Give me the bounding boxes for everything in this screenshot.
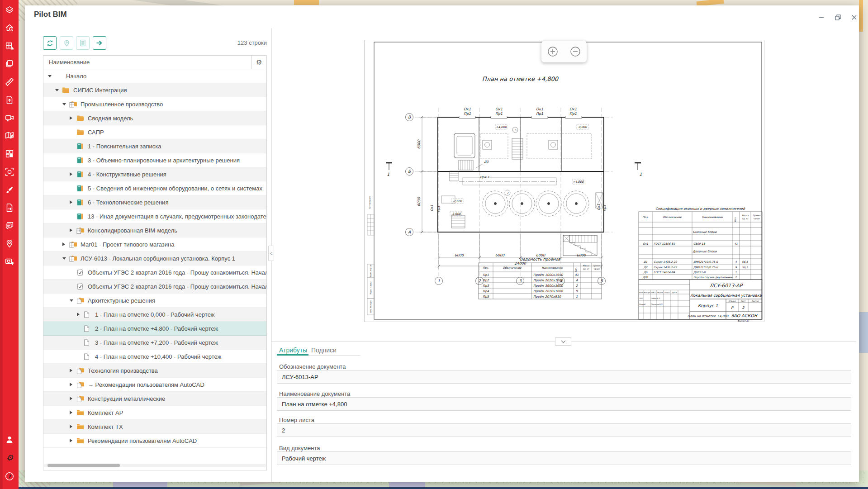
project-icon bbox=[69, 241, 78, 248]
tree-item[interactable]: Сводная модель bbox=[43, 111, 266, 125]
svg-text:Пр1: Пр1 bbox=[495, 112, 503, 116]
tree-item[interactable]: 13 - Иная документация в случаях, предус… bbox=[43, 209, 266, 223]
close-icon[interactable] bbox=[848, 13, 860, 22]
camera-capture-icon[interactable] bbox=[4, 166, 14, 177]
video-pin-icon[interactable] bbox=[4, 113, 14, 123]
restore-button[interactable] bbox=[832, 13, 844, 22]
tab-divider bbox=[308, 355, 360, 356]
pages-icon[interactable] bbox=[4, 59, 14, 69]
tree-item[interactable]: Промышленное производство bbox=[43, 97, 266, 111]
chevron-open-icon[interactable] bbox=[55, 87, 62, 93]
chevron-closed-icon[interactable] bbox=[70, 383, 76, 386]
zoom-out-button[interactable] bbox=[570, 46, 581, 57]
gear-icon[interactable]: ⚙ bbox=[251, 56, 266, 69]
chevron-closed-icon[interactable] bbox=[70, 369, 76, 372]
tree-item[interactable]: САПР bbox=[43, 125, 266, 139]
svg-text:Себов В.П.: Себов В.П. bbox=[651, 297, 660, 299]
minimize-button[interactable] bbox=[816, 13, 827, 22]
pin-button[interactable] bbox=[60, 36, 73, 50]
chevron-closed-icon[interactable] bbox=[70, 425, 76, 428]
tree-item[interactable]: Архитектурные решения bbox=[43, 294, 266, 308]
designation-field[interactable] bbox=[277, 370, 851, 384]
tree-item[interactable]: Начало bbox=[43, 69, 266, 83]
document-name-field[interactable] bbox=[277, 397, 851, 411]
svg-text:Д6: Д6 bbox=[644, 271, 648, 274]
tree-item[interactable]: 5 - Сведения об инженерном оборудовании,… bbox=[43, 181, 266, 195]
home-search-icon[interactable] bbox=[4, 23, 14, 33]
go-to-button[interactable] bbox=[93, 36, 106, 50]
horizontal-scrollbar-thumb[interactable] bbox=[47, 464, 120, 467]
chevron-closed-icon[interactable] bbox=[70, 411, 76, 414]
card-button[interactable] bbox=[76, 36, 90, 50]
camera-pin-icon[interactable] bbox=[4, 256, 14, 267]
chevron-open-icon[interactable] bbox=[62, 256, 69, 261]
tree-item-selected[interactable]: 2 - План на отметке +4,800 - Рабочий чер… bbox=[43, 322, 266, 336]
chevron-closed-icon[interactable] bbox=[70, 116, 76, 120]
tree-item[interactable]: Рекомендации пользователям AutoCAD bbox=[43, 434, 266, 448]
zoom-in-button[interactable] bbox=[547, 46, 558, 57]
tree-item[interactable]: Конструкции металлические bbox=[43, 392, 266, 406]
tree-item[interactable]: 4 - Конструктивные решения bbox=[43, 167, 266, 181]
file-upload-icon[interactable] bbox=[4, 95, 14, 105]
tree-item[interactable]: Комплект АР bbox=[43, 406, 266, 420]
tree-item[interactable]: Консолидированная BIM-модель bbox=[43, 223, 266, 237]
tree-item[interactable]: Объекты УГЭС 2 квартал 2016 года - Прошу… bbox=[43, 266, 266, 280]
tree-item[interactable]: 4 - План на отметке +10,400 - Рабочий че… bbox=[43, 350, 266, 364]
chevron-closed-icon[interactable] bbox=[77, 313, 84, 316]
chevron-open-icon[interactable] bbox=[62, 101, 69, 107]
svg-text:Д2: Д2 bbox=[644, 266, 648, 269]
file-export-icon[interactable] bbox=[4, 203, 14, 213]
tree-item[interactable]: → Рекомендации пользователям AutoCAD bbox=[43, 378, 266, 392]
tree-item[interactable]: 3 - Объемно-планировочные и архитектурны… bbox=[43, 153, 266, 167]
chevron-closed-icon[interactable] bbox=[70, 200, 76, 204]
layers-icon[interactable] bbox=[4, 5, 14, 15]
tree-item[interactable]: 3 - План на отметке +7,200 - Рабочий чер… bbox=[43, 336, 266, 350]
tree-item[interactable]: СИГИС Интеграция bbox=[43, 83, 266, 97]
ruler-icon[interactable] bbox=[4, 77, 14, 87]
tree-column-header[interactable]: Наименование ⚙ bbox=[43, 56, 266, 69]
tree-item[interactable]: Технология производства bbox=[43, 364, 266, 378]
sheet-number-field[interactable] bbox=[277, 423, 851, 437]
tab-signatures[interactable]: Подписи bbox=[311, 347, 337, 354]
user-icon[interactable] bbox=[4, 434, 14, 445]
tree-item[interactable]: Комплект ТХ bbox=[43, 420, 266, 434]
drawing-sheet[interactable]: Согласовано Взам. инв. № Подп. и дата Ин… bbox=[364, 40, 764, 322]
svg-text:-3,600: -3,600 bbox=[451, 212, 461, 216]
svg-text:А: А bbox=[408, 230, 411, 234]
chevron-closed-icon[interactable] bbox=[70, 439, 76, 442]
chevron-open-icon[interactable] bbox=[48, 73, 55, 79]
tree-item[interactable]: Маг01 - Проект типового магазина bbox=[43, 237, 266, 252]
svg-text:Взам. инв. №: Взам. инв. № bbox=[370, 264, 372, 277]
refresh-button[interactable] bbox=[43, 36, 57, 50]
tree-item[interactable]: 1 - Пояснительная записка bbox=[43, 139, 266, 153]
svg-text:Приме-: Приме- bbox=[753, 214, 760, 217]
chevron-closed-icon[interactable] bbox=[70, 172, 76, 176]
help-icon[interactable]: ? bbox=[4, 471, 14, 481]
svg-text:ДВ1: ДВ1 bbox=[643, 275, 649, 279]
tab-attributes[interactable]: Атрибуты bbox=[279, 347, 307, 354]
settings-gear-icon[interactable]: ⚙ bbox=[4, 453, 14, 463]
blocks-icon[interactable] bbox=[4, 149, 14, 159]
location-icon[interactable] bbox=[4, 238, 14, 249]
collapse-panel-handle[interactable]: < bbox=[268, 246, 274, 261]
brush-icon[interactable] bbox=[4, 185, 14, 195]
map-edit-icon[interactable] bbox=[4, 131, 14, 141]
document-type-field[interactable] bbox=[277, 451, 851, 465]
chevron-closed-icon[interactable] bbox=[62, 242, 69, 246]
tree-item[interactable]: 1 - План на отметке 0,000 - Рабочий черт… bbox=[43, 308, 266, 322]
tree-item[interactable]: Объекты УГЭС 2 квартал 2016 года - Прошу… bbox=[43, 280, 266, 294]
tree-item-label: Комплект АР bbox=[88, 409, 123, 416]
chevron-open-icon[interactable] bbox=[70, 298, 76, 304]
chat-icon[interactable] bbox=[4, 220, 14, 231]
tree-item-label: Маг01 - Проект типового магазина bbox=[81, 241, 175, 248]
building-star-icon[interactable] bbox=[4, 41, 14, 51]
collapse-attributes-button[interactable] bbox=[555, 337, 571, 346]
chevron-closed-icon[interactable] bbox=[70, 397, 76, 400]
svg-text:56,5: 56,5 bbox=[742, 266, 749, 269]
svg-text:Ок1: Ок1 bbox=[643, 242, 648, 245]
tree-item[interactable]: ЛСУ-6013 - Локальная сорбционная установ… bbox=[43, 252, 266, 266]
chevron-closed-icon[interactable] bbox=[70, 228, 76, 232]
svg-text:Д1: Д1 bbox=[644, 260, 648, 263]
tree-item[interactable]: 6 - Технологические решения bbox=[43, 195, 266, 209]
svg-text:?: ? bbox=[8, 474, 11, 479]
